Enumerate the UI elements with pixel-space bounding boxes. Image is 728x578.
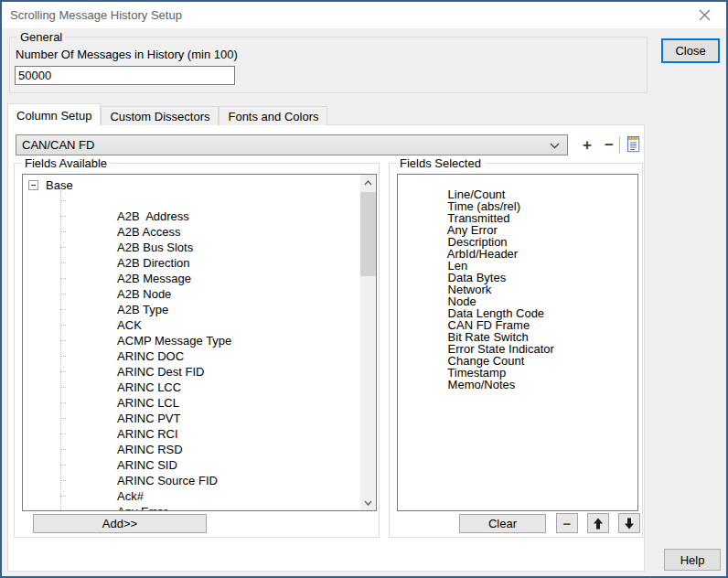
tab-custom-dissectors[interactable]: Custom Dissectors [101, 106, 219, 125]
tree-item[interactable]: ARINC DOC [23, 333, 360, 348]
fields-selected-group: Fields Selected Line/Count Time (abs/rel… [389, 163, 643, 538]
column-setup-tab-page: CAN/CAN FD + − [7, 124, 645, 572]
general-group-label: General [16, 30, 66, 44]
tree-item[interactable]: A2B Access [23, 209, 360, 224]
tab-column-setup[interactable]: Column Setup [7, 103, 101, 125]
tree-item[interactable]: ARINC Dest FID [23, 348, 360, 364]
tree-item[interactable]: ARINC RCI [23, 411, 360, 426]
tree-item[interactable]: A2B Address [23, 193, 360, 209]
scrolling-message-history-setup-dialog: Scrolling Message History Setup General … [0, 0, 728, 578]
tree-item[interactable]: ARINC PVT [23, 395, 360, 411]
tree-item-list: A2B Address A2B Access A2B Bus Slots [23, 193, 360, 510]
help-button[interactable]: Help [664, 549, 721, 571]
remove-protocol-button[interactable]: − [600, 135, 618, 155]
tree-item[interactable]: ARINC RSD [23, 426, 360, 442]
tab-strip: Column Setup Custom Dissectors Fonts and… [7, 103, 327, 125]
remove-selected-field-button[interactable]: − [556, 513, 578, 533]
scroll-down-button[interactable] [360, 495, 376, 510]
add-field-button[interactable]: Add>> [33, 514, 207, 533]
tree-item[interactable]: Any Error [23, 488, 360, 504]
tree-root-item[interactable]: Base [23, 177, 360, 193]
move-field-up-button[interactable] [587, 513, 609, 533]
chevron-down-icon [550, 143, 560, 149]
clear-button[interactable]: Clear [459, 514, 546, 533]
tree-scrollbar[interactable] [360, 175, 376, 510]
scroll-up-button[interactable] [360, 175, 376, 190]
title-bar: Scrolling Message History Setup [2, 2, 726, 28]
tab-fonts-and-colors[interactable]: Fonts and Colors [219, 106, 327, 125]
message-count-label: Number Of Messages in History (min 100) [16, 48, 238, 61]
copy-columns-button[interactable] [626, 135, 644, 155]
collapse-icon[interactable] [28, 180, 38, 190]
tree-item[interactable]: ARINC SID [23, 442, 360, 457]
fields-selected-list: Line/Count Time (abs/rel) Transmitted An… [397, 174, 638, 511]
tree-item[interactable]: ACMP Message Type [23, 317, 360, 333]
tree-item[interactable]: A2B Node [23, 271, 360, 286]
tree-item[interactable]: ARINC LCL [23, 380, 360, 395]
scroll-up-icon [364, 180, 372, 186]
tree-item[interactable]: A2B Type [23, 286, 360, 302]
list-item[interactable]: Line/Count [401, 177, 637, 188]
close-button[interactable]: Close [661, 38, 720, 63]
selected-item-list: Line/Count Time (abs/rel) Transmitted An… [401, 177, 637, 379]
tree-item[interactable]: ARINC Source FID [23, 457, 360, 473]
arrow-up-icon [593, 518, 604, 530]
protocol-dropdown-value: CAN/CAN FD [22, 138, 94, 152]
fields-available-tree: Base A2B Address A2B Access [22, 174, 377, 511]
window-close-button[interactable] [684, 2, 724, 28]
tree-item[interactable]: A2B Direction [23, 240, 360, 255]
arrow-down-icon [624, 518, 635, 530]
protocol-dropdown[interactable]: CAN/CAN FD [16, 134, 568, 155]
tree-item[interactable]: A2B Message [23, 255, 360, 271]
fields-available-label: Fields Available [21, 156, 111, 170]
tree-item[interactable]: A2B Bus Slots [23, 224, 360, 240]
fields-available-group: Fields Available Base A2B Address [14, 163, 380, 538]
scrollbar-thumb[interactable] [360, 192, 376, 276]
close-icon [699, 9, 711, 21]
move-field-down-button[interactable] [618, 513, 640, 533]
tree-item[interactable]: ACK [23, 302, 360, 317]
window-title: Scrolling Message History Setup [10, 8, 182, 22]
toolbar-separator [619, 136, 620, 154]
scroll-down-icon [364, 500, 372, 506]
message-count-input[interactable] [15, 66, 235, 85]
general-group: General Number Of Messages in History (m… [9, 37, 648, 93]
tree-content: Base A2B Address A2B Access [23, 175, 360, 510]
clipboard-icon [626, 135, 642, 154]
tree-item[interactable]: ARINC LCC [23, 364, 360, 380]
tree-root-label: Base [46, 177, 73, 193]
tree-item[interactable]: ArbId/Header [23, 504, 360, 510]
tree-item[interactable]: Ack# [23, 473, 360, 488]
fields-selected-label: Fields Selected [396, 156, 485, 170]
add-protocol-button[interactable]: + [578, 135, 596, 155]
